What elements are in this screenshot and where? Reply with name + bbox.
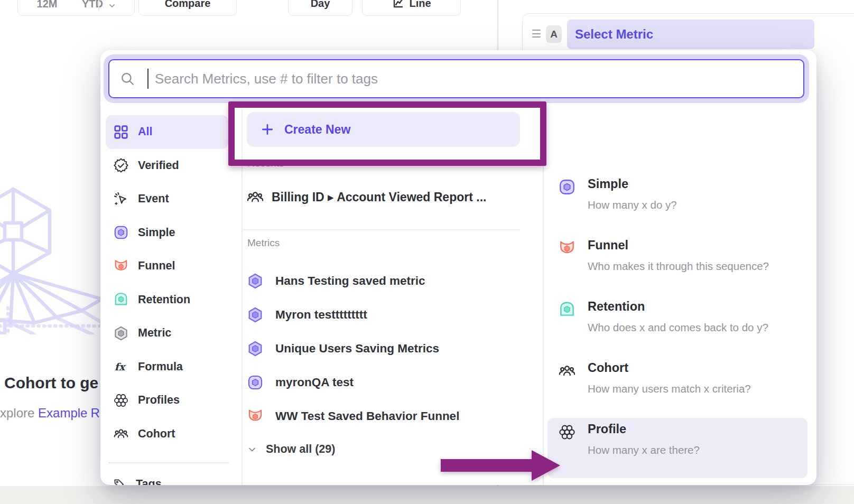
day-granularity-button[interactable]: Day — [288, 0, 352, 16]
sidebar-item-label: Verified — [138, 159, 179, 172]
custom-event-icon — [558, 484, 576, 485]
retention-icon — [558, 301, 576, 319]
range-12m-button[interactable]: 12M — [18, 0, 76, 10]
type-option-profile[interactable]: Profile How many x are there? — [550, 422, 803, 464]
sidebar-item-label: Event — [138, 192, 169, 206]
funnel-icon — [558, 239, 576, 257]
annotation-highlight-box — [228, 101, 546, 166]
sidebar-item-simple[interactable]: Simple — [106, 216, 238, 250]
drag-handle-icon[interactable] — [532, 30, 541, 40]
sidebar-item-cohort[interactable]: Cohort — [106, 417, 238, 451]
sidebar-bottom-divider — [108, 462, 229, 463]
funnel-icon — [247, 408, 264, 425]
cohort-icon — [113, 426, 129, 442]
metric-hexagon-icon — [247, 306, 264, 323]
day-label: Day — [311, 0, 330, 10]
list-item[interactable]: Myron testtttttttt — [247, 298, 527, 332]
sidebar-item-tags[interactable]: Tags — [106, 468, 238, 485]
page-bottom-band — [0, 486, 854, 504]
formula-icon: fx — [113, 359, 129, 375]
recent-item[interactable]: Billing ID ▸ Account Viewed Report ... — [246, 188, 486, 206]
type-option-funnel[interactable]: Funnel Who makes it through this sequenc… — [550, 238, 803, 281]
metric-hexagon-icon — [247, 273, 264, 290]
list-item-label: Myron testtttttttt — [275, 308, 367, 322]
grid-icon — [113, 124, 129, 140]
type-description: Who makes it through this sequence? — [588, 260, 769, 273]
sidebar-item-verified[interactable]: Verified — [106, 149, 238, 183]
chevron-down-icon — [108, 2, 116, 10]
select-metric-label: Select Metric — [575, 27, 653, 42]
example-link-clipped-glyph: R — [90, 406, 99, 420]
segment-divider — [98, 0, 99, 11]
sidebar-item-event[interactable]: Event — [106, 182, 238, 216]
sidebar-item-profiles[interactable]: Profiles — [106, 384, 238, 417]
recent-item-label: Billing ID ▸ Account Viewed Report ... — [272, 190, 486, 204]
empty-state-hint: xplore ExampleR — [0, 406, 100, 421]
compare-button[interactable]: Compare — [138, 0, 237, 16]
type-description: Who does x and comes back to do y? — [588, 321, 768, 334]
query-step-badge: A — [546, 25, 562, 43]
filter-sidebar: All Verified Event Simple — [106, 115, 238, 451]
sidebar-item-label: Profiles — [138, 394, 180, 407]
sidebar-item-all[interactable]: All — [106, 115, 228, 149]
type-title: Cohort — [588, 361, 628, 375]
type-title: Retention — [588, 300, 645, 314]
line-label: Line — [409, 0, 431, 10]
sidebar-item-formula[interactable]: fx Formula — [106, 350, 238, 384]
show-all-label: Show all (29) — [266, 443, 335, 456]
list-item[interactable]: myronQA test — [247, 366, 527, 399]
simple-icon — [247, 374, 264, 391]
hint-prefix: xplore — [0, 406, 38, 420]
type-option-cohort[interactable]: Cohort How many users match x criteria? — [550, 361, 803, 403]
cohort-icon — [246, 188, 264, 206]
empty-state-wireframe-illustration — [0, 176, 108, 334]
type-title: Funnel — [588, 238, 628, 253]
sidebar-item-label: Tags — [136, 478, 162, 485]
text-cursor — [147, 69, 148, 89]
sidebar-item-metric[interactable]: Metric — [106, 316, 238, 350]
type-description: How many users match x criteria? — [588, 382, 751, 395]
list-item-label: Hans Testing saved metric — [275, 274, 425, 288]
list-item[interactable]: WW Test Saved Behavior Funnel — [247, 399, 527, 433]
sidebar-item-label: All — [138, 125, 152, 138]
show-all-button[interactable]: Show all (29) — [247, 443, 335, 456]
range-ytd-button[interactable]: YTD — [82, 0, 103, 10]
list-item[interactable]: Unique Users Saving Metrics — [247, 332, 527, 366]
type-description: How many x do y? — [588, 199, 677, 211]
type-option-retention[interactable]: Retention Who does x and comes back to d… — [550, 300, 803, 342]
date-range-segment[interactable]: 12M YTD — [17, 0, 135, 16]
line-chart-type-button[interactable]: Line — [362, 0, 461, 16]
tag-icon — [113, 478, 127, 485]
simple-icon — [558, 178, 576, 196]
example-reports-link[interactable]: Example — [38, 406, 87, 420]
event-icon — [113, 191, 129, 207]
sidebar-item-label: Simple — [138, 226, 175, 239]
recents-metrics-divider — [242, 229, 520, 230]
type-option-custom-event[interactable]: Custom Event Build your own event defini… — [550, 483, 803, 485]
list-item[interactable]: Hans Testing saved metric — [247, 264, 527, 298]
list-item-label: myronQA test — [275, 376, 354, 389]
simple-icon — [113, 225, 129, 240]
search-icon — [120, 71, 135, 86]
sidebar-item-label: Retention — [138, 293, 190, 306]
profiles-icon — [558, 423, 576, 441]
chevron-down-icon — [247, 444, 257, 455]
verified-icon — [113, 157, 129, 173]
empty-state-headline: Cohort to ge — [4, 374, 98, 392]
search-bar — [108, 59, 804, 98]
profiles-icon — [113, 393, 129, 408]
sidebar-item-funnel[interactable]: Funnel — [106, 249, 238, 283]
type-description: How many x are there? — [588, 444, 700, 456]
svg-text:fx: fx — [115, 361, 126, 372]
select-metric-button[interactable]: Select Metric — [567, 20, 814, 49]
search-input[interactable] — [108, 59, 804, 98]
metric-hexagon-icon — [113, 325, 129, 341]
metric-hexagon-icon — [247, 340, 264, 357]
type-title: Simple — [588, 177, 628, 191]
type-title: Custom Event — [588, 483, 671, 485]
type-option-simple[interactable]: Simple How many x do y? — [550, 177, 803, 219]
sidebar-item-label: Cohort — [138, 427, 175, 441]
type-title: Profile — [588, 422, 626, 436]
cohort-icon — [558, 362, 576, 380]
sidebar-item-retention[interactable]: Retention — [106, 283, 238, 317]
